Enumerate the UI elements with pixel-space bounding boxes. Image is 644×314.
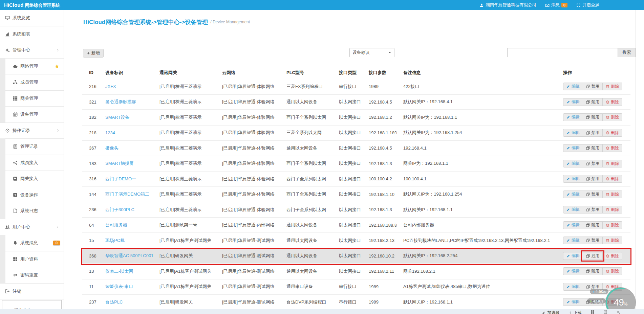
delete-button[interactable]: 删除 <box>602 252 622 260</box>
device-name-link[interactable]: JXFX <box>99 84 153 89</box>
cell-interface-param: 192.168.4.5 <box>362 99 396 105</box>
sidebar-item-gateway-mgmt[interactable]: 网关管理 <box>0 91 64 107</box>
edit-button[interactable]: 编辑 <box>563 206 583 214</box>
statusbar-icon-settings[interactable] <box>616 310 620 314</box>
sidebar-item-member-access[interactable]: 成员接入 <box>0 155 64 171</box>
add-device-button[interactable]: 新增 <box>83 49 104 58</box>
toggle-enable-button[interactable]: 禁用 <box>583 113 603 121</box>
edit-button[interactable]: 编辑 <box>563 237 583 244</box>
sidebar-item-password-reset[interactable]: 密码重置 <box>0 267 64 284</box>
search-input[interactable] <box>507 48 618 57</box>
fullscreen-toggle[interactable]: 开启全屏 <box>576 2 599 8</box>
edit-button[interactable]: 编辑 <box>563 129 583 137</box>
delete-button[interactable]: 删除 <box>602 113 622 121</box>
cell-plc-model: 三菱全系列以太网 <box>280 130 332 136</box>
edit-button[interactable]: 编辑 <box>563 83 583 90</box>
sidebar-item-system-charts[interactable]: 系统图表 <box>0 26 64 43</box>
edit-button[interactable]: 编辑 <box>563 144 583 152</box>
messages-menu[interactable]: 消息 0 <box>545 2 567 8</box>
edit-button[interactable]: 编辑 <box>563 252 583 260</box>
trash-icon <box>606 177 609 181</box>
delete-button[interactable]: 删除 <box>602 144 622 152</box>
cell-remark: 默认网关IP：192.168.4.1 <box>396 99 560 105</box>
statusbar-icon-grid[interactable] <box>591 310 595 314</box>
toggle-enable-button[interactable]: 禁用 <box>583 237 603 244</box>
edit-button[interactable]: 编辑 <box>563 267 583 275</box>
edit-button[interactable]: 编辑 <box>563 283 583 291</box>
device-name-link[interactable]: 智能仪表-串口 <box>99 284 153 290</box>
device-name-link[interactable]: 昆仑通泰触摸屏 <box>99 99 153 105</box>
toggle-enable-button[interactable]: 禁用 <box>583 83 603 90</box>
delete-button[interactable]: 删除 <box>602 175 622 183</box>
sidebar-item-system-overview[interactable]: 系统总览 <box>0 10 64 26</box>
sidebar-item-admin-records[interactable]: 管理记录 <box>0 139 64 155</box>
edit-button[interactable]: 编辑 <box>563 98 583 106</box>
sidebar-item-device-mgmt[interactable]: 设备管理 <box>0 107 64 123</box>
device-name-link[interactable]: 西门子演示DEMO箱二 <box>99 191 153 197</box>
cell-id: 368 <box>82 253 99 259</box>
sidebar-item-gateway-access[interactable]: 网关接入 <box>0 171 64 187</box>
clone-icon <box>586 254 590 258</box>
sidebar-item-network-mgmt[interactable]: 网络管理 <box>0 59 64 75</box>
account-menu[interactable]: 湖南华辰智通科技有限公司 <box>479 2 536 8</box>
edit-button[interactable]: 编辑 <box>563 160 583 167</box>
sidebar-item-user-profile[interactable]: 用户资料 <box>0 251 64 268</box>
edit-button[interactable]: 编辑 <box>563 298 583 306</box>
pencil-icon <box>566 223 570 227</box>
edit-button[interactable]: 编辑 <box>563 175 583 183</box>
delete-button[interactable]: 删除 <box>602 129 622 137</box>
toggle-enable-button[interactable]: 禁用 <box>583 175 603 183</box>
delete-button[interactable]: 删除 <box>602 221 622 229</box>
statusbar-icon-panel[interactable] <box>603 310 607 314</box>
device-name-link[interactable]: 台达PLC <box>99 299 153 305</box>
download-speed-value: 4.5K/s <box>593 299 603 303</box>
delete-button[interactable]: 删除 <box>602 98 622 106</box>
search-button[interactable]: 搜索 <box>618 48 636 57</box>
toggle-enable-button[interactable]: 禁用 <box>583 129 603 137</box>
edit-button[interactable]: 编辑 <box>563 190 583 198</box>
app-logo[interactable]: HiCloud 网络综合管理系统 <box>0 2 68 8</box>
device-name-link[interactable]: SMART触摸屏 <box>99 160 153 166</box>
clone-icon <box>586 115 590 119</box>
download-manager-button[interactable]: 下载 <box>568 310 582 314</box>
toggle-enable-button[interactable]: 禁用 <box>583 206 603 214</box>
action-button-group: 编辑禁用删除 <box>563 237 622 244</box>
toggle-enable-button[interactable]: 启用 <box>583 252 603 260</box>
device-name-link[interactable]: 公司服务器 <box>99 222 153 228</box>
edit-button[interactable]: 编辑 <box>563 113 583 121</box>
edit-button[interactable]: 编辑 <box>563 221 583 229</box>
filter-field-select[interactable]: 设备标识 <box>349 48 394 57</box>
device-name-link[interactable]: 仪表二-以太网 <box>99 268 153 274</box>
device-name-link[interactable]: SMART设备 <box>99 114 153 120</box>
device-name-link[interactable]: 西门子300PLC <box>99 207 153 213</box>
sidebar-item-admin-center[interactable]: 管理中心 <box>0 42 64 59</box>
sidebar-item-operation-records[interactable]: 操作记录 <box>0 123 64 139</box>
trash-icon <box>606 146 609 150</box>
delete-button[interactable]: 删除 <box>602 237 622 244</box>
toggle-enable-button[interactable]: 禁用 <box>583 267 603 275</box>
delete-button[interactable]: 删除 <box>602 160 622 167</box>
cell-interface-param: 192.168.1.10 <box>362 192 396 197</box>
delete-button[interactable]: 删除 <box>602 190 622 198</box>
delete-button[interactable]: 删除 <box>602 267 622 275</box>
delete-button[interactable]: 删除 <box>602 83 622 90</box>
sidebar-item-system-messages[interactable]: 系统消息0 <box>0 235 64 251</box>
delete-button[interactable]: 删除 <box>602 206 622 214</box>
sidebar-item-member-mgmt[interactable]: 成员管理 <box>0 74 64 91</box>
device-name-link[interactable]: 1234 <box>99 130 153 135</box>
toggle-enable-button[interactable]: 禁用 <box>583 160 603 167</box>
sidebar-item-label: 网关管理 <box>20 95 38 102</box>
toggle-enable-button[interactable]: 禁用 <box>583 190 603 198</box>
sidebar-item-device-operation[interactable]: 设备操作 <box>0 187 64 203</box>
sidebar-item-system-logs[interactable]: 系统日志 <box>0 203 64 219</box>
sidebar-item-user-center[interactable]: 用户中心 <box>0 219 64 236</box>
toggle-enable-button[interactable]: 禁用 <box>583 98 603 106</box>
device-name-link[interactable]: 现场PC机 <box>99 238 153 244</box>
device-name-link[interactable]: 西门子DEMO一 <box>99 176 153 182</box>
device-name-link[interactable]: 华辰智通AC 500PLC001 <box>99 253 153 259</box>
accelerator-button[interactable]: 加速器 <box>542 310 559 314</box>
toggle-enable-button[interactable]: 禁用 <box>583 144 603 152</box>
device-name-link[interactable]: 摄像头 <box>99 145 153 151</box>
sidebar-item-logout[interactable]: 注销 <box>0 284 64 300</box>
toggle-enable-button[interactable]: 禁用 <box>583 221 603 229</box>
